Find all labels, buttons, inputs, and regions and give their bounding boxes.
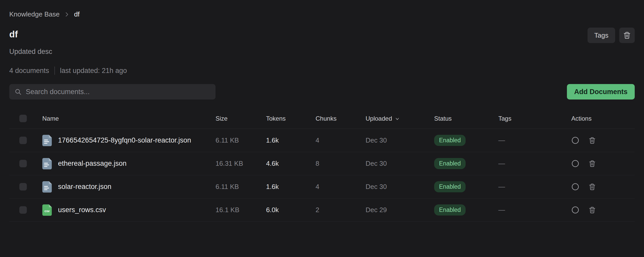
trash-icon xyxy=(589,183,596,190)
delete-document-button[interactable] xyxy=(589,183,596,190)
file-tokens: 1.6k xyxy=(266,136,316,144)
file-name[interactable]: users_rows.csv xyxy=(58,206,106,214)
column-header-tags: Tags xyxy=(498,115,571,122)
breadcrumb-current: df xyxy=(74,10,80,18)
file-uploaded: Dec 29 xyxy=(366,206,434,214)
row-checkbox[interactable] xyxy=(19,206,27,214)
status-badge: Enabled xyxy=(434,135,466,146)
uploaded-label: Uploaded xyxy=(366,115,392,122)
circle-icon xyxy=(571,183,579,191)
file-tokens: 1.6k xyxy=(266,183,316,191)
sort-chevron-down-icon xyxy=(395,116,400,121)
row-checkbox[interactable] xyxy=(19,160,27,167)
toggle-status-button[interactable] xyxy=(571,136,579,144)
row-checkbox[interactable] xyxy=(19,137,27,144)
file-chunks: 2 xyxy=(316,206,366,214)
trash-icon xyxy=(589,137,596,144)
file-name[interactable]: 1766542654725-8ygfqn0-solar-reactor.json xyxy=(58,136,191,144)
column-header-chunks: Chunks xyxy=(316,115,366,122)
toggle-status-button[interactable] xyxy=(571,206,579,214)
status-badge: Enabled xyxy=(434,158,466,169)
file-uploaded: Dec 30 xyxy=(366,160,434,168)
toggle-status-button[interactable] xyxy=(571,160,579,168)
column-header-name: Name xyxy=(42,115,216,122)
search-icon xyxy=(14,88,22,95)
last-updated: last updated: 21h ago xyxy=(60,67,127,75)
breadcrumb-chevron-icon xyxy=(64,11,70,18)
file-tokens: 6.0k xyxy=(266,206,316,214)
select-all-checkbox[interactable] xyxy=(19,115,27,122)
delete-knowledge-base-button[interactable] xyxy=(619,28,635,43)
table-row: ethereal-passage.json 16.31 KB 4.6k 8 De… xyxy=(9,152,635,175)
status-badge: Enabled xyxy=(434,181,466,192)
breadcrumb-knowledge-base-link[interactable]: Knowledge Base xyxy=(9,10,60,18)
file-size: 6.11 KB xyxy=(216,183,266,191)
trash-icon xyxy=(589,160,596,167)
svg-text:csv: csv xyxy=(45,209,50,213)
table-row: 1766542654725-8ygfqn0-solar-reactor.json… xyxy=(9,129,635,152)
meta-divider xyxy=(54,67,55,75)
documents-count: 4 documents xyxy=(9,67,49,75)
delete-document-button[interactable] xyxy=(589,206,596,214)
column-header-uploaded[interactable]: Uploaded xyxy=(366,115,434,122)
file-tags: — xyxy=(498,136,571,144)
column-header-tokens: Tokens xyxy=(266,115,316,122)
file-uploaded: Dec 30 xyxy=(366,136,434,144)
page-title: df xyxy=(9,29,18,39)
documents-table: Name Size Tokens Chunks Uploaded Status … xyxy=(9,108,635,222)
json-file-icon xyxy=(42,181,52,193)
table-row: csv users_rows.csv 16.1 KB 6.0k 2 Dec 29… xyxy=(9,198,635,222)
breadcrumb: Knowledge Base df xyxy=(9,10,635,18)
file-size: 16.1 KB xyxy=(216,206,266,214)
file-chunks: 4 xyxy=(316,183,366,191)
circle-icon xyxy=(571,206,579,214)
column-header-status: Status xyxy=(434,115,498,122)
tags-button[interactable]: Tags xyxy=(588,28,615,43)
column-header-size: Size xyxy=(216,115,266,122)
trash-icon xyxy=(589,206,596,214)
file-chunks: 8 xyxy=(316,160,366,168)
toggle-status-button[interactable] xyxy=(571,183,579,191)
csv-file-icon: csv xyxy=(42,204,52,216)
knowledge-base-detail-page: Knowledge Base df df Tags Updated desc 4… xyxy=(0,0,644,257)
file-size: 16.31 KB xyxy=(216,160,266,168)
file-name[interactable]: ethereal-passage.json xyxy=(58,160,127,168)
file-size: 6.11 KB xyxy=(216,136,266,144)
file-uploaded: Dec 30 xyxy=(366,183,434,191)
circle-icon xyxy=(571,136,579,144)
file-tokens: 4.6k xyxy=(266,160,316,168)
row-checkbox[interactable] xyxy=(19,183,27,190)
column-header-actions: Actions xyxy=(571,115,635,122)
kb-description: Updated desc xyxy=(9,48,635,56)
file-chunks: 4 xyxy=(316,136,366,144)
json-file-icon xyxy=(42,158,52,169)
trash-icon xyxy=(623,31,631,39)
table-header-row: Name Size Tokens Chunks Uploaded Status … xyxy=(9,108,635,129)
status-badge: Enabled xyxy=(434,204,466,215)
add-documents-button[interactable]: Add Documents xyxy=(567,84,635,100)
circle-icon xyxy=(571,160,579,168)
kb-meta: 4 documents last updated: 21h ago xyxy=(9,67,635,75)
delete-document-button[interactable] xyxy=(589,137,596,144)
search-input[interactable] xyxy=(26,88,210,96)
file-name[interactable]: solar-reactor.json xyxy=(58,183,111,191)
table-row: solar-reactor.json 6.11 KB 1.6k 4 Dec 30… xyxy=(9,175,635,198)
file-tags: — xyxy=(498,183,571,191)
json-file-icon xyxy=(42,135,52,146)
file-tags: — xyxy=(498,206,571,214)
delete-document-button[interactable] xyxy=(589,160,596,167)
search-box[interactable] xyxy=(9,84,216,100)
file-tags: — xyxy=(498,160,571,168)
